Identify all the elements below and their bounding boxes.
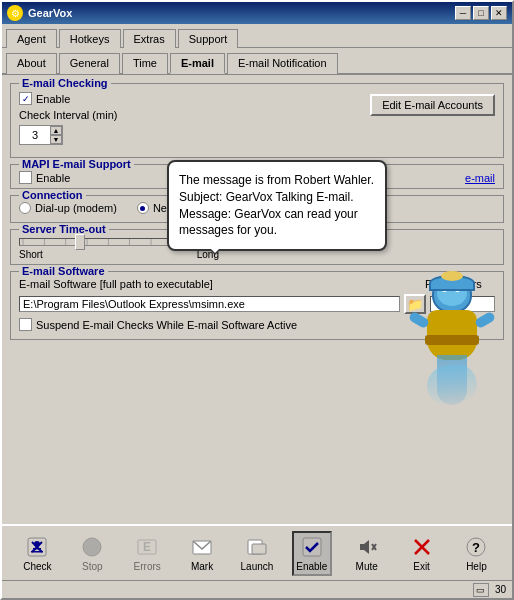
mark-icon — [190, 535, 214, 559]
app-icon: ⚙ — [7, 5, 23, 21]
mute-label: Mute — [356, 561, 378, 572]
dialup-label: Dial-up (modem) — [35, 202, 117, 214]
check-label: Check — [23, 561, 51, 572]
timeout-short-label: Short — [19, 249, 43, 260]
email-path-input[interactable] — [19, 296, 400, 312]
email-checking-enable-label: Enable — [36, 93, 70, 105]
help-button[interactable]: ? Help — [456, 533, 496, 574]
tab-email[interactable]: E-mail — [170, 53, 225, 74]
errors-label: Errors — [134, 561, 161, 572]
check-interval-row: Check Interval (min) — [19, 109, 121, 121]
stop-button[interactable]: Stop — [72, 533, 112, 574]
check-interval-spinbox[interactable]: ▲ ▼ — [19, 125, 63, 145]
stop-icon — [80, 535, 104, 559]
dialup-radio[interactable] — [19, 202, 31, 214]
enable-button[interactable]: Enable — [292, 531, 332, 576]
exit-icon — [410, 535, 434, 559]
spin-down-button[interactable]: ▼ — [50, 135, 62, 144]
tab-hotkeys[interactable]: Hotkeys — [59, 29, 121, 48]
mapi-enable-checkbox[interactable] — [19, 171, 32, 184]
svg-marker-13 — [360, 540, 369, 554]
network-radio[interactable] — [137, 202, 149, 214]
suspend-label: Suspend E-mail Checks While E-mail Softw… — [36, 319, 297, 331]
genie-figure — [407, 275, 497, 405]
help-icon: ? — [464, 535, 488, 559]
title-bar-buttons: ─ □ ✕ — [455, 6, 507, 20]
main-window: ⚙ GearVox ─ □ ✕ Agent Hotkeys Extras Sup… — [0, 0, 514, 600]
tab-support[interactable]: Support — [178, 29, 239, 48]
tab-email-notification[interactable]: E-mail Notification — [227, 53, 338, 74]
stop-label: Stop — [82, 561, 103, 572]
errors-button[interactable]: E Errors — [127, 533, 167, 574]
email-software-title: E-mail Software — [19, 265, 108, 277]
title-bar: ⚙ GearVox ─ □ ✕ — [2, 2, 512, 24]
mapi-support-title: MAPI E-mail Support — [19, 158, 134, 170]
window-title: GearVox — [28, 7, 455, 19]
email-checking-enable-checkbox[interactable]: ✓ — [19, 92, 32, 105]
email-checking-enable-row: ✓ Enable — [19, 92, 121, 105]
email-checking-group: E-mail Checking ✓ Enable Check Interval … — [10, 83, 504, 158]
launch-button[interactable]: Launch — [237, 533, 277, 574]
mark-label: Mark — [191, 561, 213, 572]
check-interval-input[interactable] — [20, 126, 50, 144]
spin-up-button[interactable]: ▲ — [50, 126, 62, 135]
exit-button[interactable]: Exit — [402, 533, 442, 574]
email-checking-title: E-mail Checking — [19, 77, 111, 89]
tab-general[interactable]: General — [59, 53, 120, 74]
tab-extras[interactable]: Extras — [123, 29, 176, 48]
timeout-slider-thumb[interactable] — [75, 234, 85, 250]
suspend-checkbox[interactable] — [19, 318, 32, 331]
enable-icon — [300, 535, 324, 559]
spin-buttons: ▲ ▼ — [50, 126, 62, 144]
svg-text:?: ? — [472, 540, 480, 555]
dialup-option: Dial-up (modem) — [19, 202, 117, 214]
tab-time[interactable]: Time — [122, 53, 168, 74]
check-interval-spin-row: ▲ ▼ — [19, 125, 121, 145]
status-number: 30 — [495, 584, 506, 595]
check-icon — [25, 535, 49, 559]
launch-icon — [245, 535, 269, 559]
content-area: E-mail Checking ✓ Enable Check Interval … — [2, 75, 512, 524]
svg-rect-4 — [33, 548, 41, 550]
toolbar: Check Stop E Errors Mark — [2, 524, 512, 580]
check-interval-label: Check Interval (min) — [19, 109, 117, 121]
email-path-label: E-mail Software [full path to executable… — [19, 278, 419, 290]
speech-bubble-text: The message is from Robert Wahler. Subje… — [179, 173, 374, 237]
minimize-button[interactable]: ─ — [455, 6, 471, 20]
enable-label: Enable — [296, 561, 327, 572]
svg-point-6 — [83, 538, 101, 556]
svg-text:E: E — [143, 540, 151, 554]
svg-rect-12 — [303, 538, 321, 556]
mark-button[interactable]: Mark — [182, 533, 222, 574]
email-link[interactable]: e-mail — [465, 172, 495, 184]
tab-agent[interactable]: Agent — [6, 29, 57, 48]
mute-button[interactable]: Mute — [347, 533, 387, 574]
svg-point-3 — [34, 541, 40, 547]
help-label: Help — [466, 561, 487, 572]
speech-bubble: The message is from Robert Wahler. Subje… — [167, 160, 387, 251]
exit-label: Exit — [413, 561, 430, 572]
tab-row-2: About General Time E-mail E-mail Notific… — [2, 48, 512, 75]
server-timeout-title: Server Time-out — [19, 223, 109, 235]
mute-icon — [355, 535, 379, 559]
close-button[interactable]: ✕ — [491, 6, 507, 20]
mapi-enable-label: Enable — [36, 172, 70, 184]
tab-about[interactable]: About — [6, 53, 57, 74]
edit-email-accounts-button[interactable]: Edit E-mail Accounts — [370, 94, 495, 116]
launch-label: Launch — [241, 561, 274, 572]
status-bar: ▭ 30 — [2, 580, 512, 598]
svg-rect-11 — [252, 544, 266, 554]
connection-title: Connection — [19, 189, 86, 201]
tab-row-1: Agent Hotkeys Extras Support — [2, 24, 512, 49]
check-button[interactable]: Check — [17, 533, 57, 574]
display-icon: ▭ — [473, 583, 489, 597]
errors-icon: E — [135, 535, 159, 559]
maximize-button[interactable]: □ — [473, 6, 489, 20]
svg-rect-5 — [31, 551, 43, 553]
